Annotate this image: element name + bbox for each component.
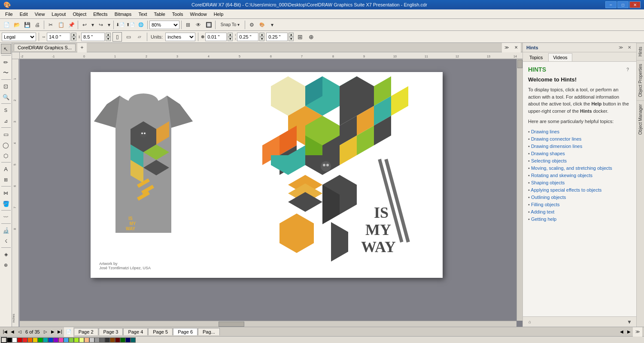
hints-link-dimension-lines[interactable]: Drawing dimension lines bbox=[528, 143, 631, 149]
menu-layout[interactable]: Layout bbox=[48, 11, 69, 18]
swatch-peach[interactable] bbox=[84, 337, 89, 343]
text-tool[interactable]: A bbox=[1, 164, 11, 174]
swatch-lightblue[interactable] bbox=[64, 337, 69, 343]
hints-link-shaping[interactable]: Shaping objects bbox=[528, 180, 631, 186]
smear-tool[interactable]: 〰 bbox=[1, 212, 11, 222]
scroll-tabs-left[interactable]: ◀ bbox=[618, 328, 625, 335]
crop-tool[interactable]: ⊡ bbox=[1, 81, 11, 91]
fill-tool[interactable]: 🪣 bbox=[1, 199, 11, 209]
swatch-purple[interactable] bbox=[53, 337, 58, 343]
page-height-input[interactable] bbox=[81, 33, 105, 41]
swatch-black[interactable] bbox=[7, 337, 12, 343]
swatch-blue[interactable] bbox=[48, 337, 53, 343]
page-width-input[interactable] bbox=[47, 33, 70, 41]
swatch-gray1[interactable] bbox=[89, 337, 94, 343]
select-all-btn[interactable]: ⊞ bbox=[295, 32, 305, 42]
swatch-gray3[interactable] bbox=[100, 337, 105, 343]
hints-link-outlining[interactable]: Outlining objects bbox=[528, 194, 631, 200]
zoom-fit-button[interactable]: ⊞ bbox=[183, 20, 193, 30]
menu-help[interactable]: Help bbox=[210, 11, 227, 18]
page-tab-5[interactable]: Page 5 bbox=[148, 328, 173, 335]
menu-tools[interactable]: Tools bbox=[169, 11, 187, 18]
no-color-swatch[interactable] bbox=[1, 337, 7, 343]
nudge2-up-btn[interactable]: ▲ bbox=[259, 33, 264, 37]
swatch-navy[interactable] bbox=[125, 337, 131, 343]
swatch-white[interactable] bbox=[12, 337, 17, 343]
export-button[interactable]: ⬆📄 bbox=[126, 20, 135, 30]
menu-bitmaps[interactable]: Bitmaps bbox=[111, 11, 135, 18]
close-button[interactable]: ✕ bbox=[629, 1, 641, 8]
maximize-button[interactable]: □ bbox=[617, 1, 629, 8]
nudge3-input[interactable] bbox=[266, 33, 288, 41]
swatch-lime[interactable] bbox=[74, 337, 79, 343]
swatch-darkgreen[interactable] bbox=[120, 337, 125, 343]
paintbucket-tool[interactable]: ☇ bbox=[1, 236, 11, 246]
hints-link-rotating-skewing[interactable]: Rotating and skewing objects bbox=[528, 172, 631, 178]
swatch-gray4[interactable] bbox=[105, 337, 110, 343]
hints-link-filling[interactable]: Filling objects bbox=[528, 202, 631, 208]
minimize-button[interactable]: − bbox=[605, 1, 617, 8]
expand-tabs-btn[interactable]: ≫ bbox=[633, 327, 642, 337]
swatch-red[interactable] bbox=[17, 337, 22, 343]
hints-link-drawing-shapes[interactable]: Drawing shapes bbox=[528, 150, 631, 156]
hints-link-special-effects[interactable]: Applying special effects to objects bbox=[528, 187, 631, 193]
vertical-scrollbar[interactable] bbox=[516, 59, 522, 321]
curve-tool[interactable]: S bbox=[1, 105, 11, 115]
snap-btn[interactable]: Snap To ▾ bbox=[217, 20, 243, 30]
menu-effects[interactable]: Effects bbox=[90, 11, 111, 18]
next-page-btn[interactable]: ▶ bbox=[49, 328, 56, 335]
first-page-btn[interactable]: |◀ bbox=[2, 328, 9, 335]
page-size-combo[interactable]: Legal Letter A4 bbox=[2, 33, 36, 41]
hints-close-btn[interactable]: ✕ bbox=[626, 44, 633, 51]
nudge-input[interactable] bbox=[205, 33, 227, 41]
undo-button[interactable]: ↩ bbox=[80, 20, 89, 30]
add-page-tab-btn[interactable]: 📄 bbox=[64, 327, 73, 337]
hints-link-drawing-lines[interactable]: Drawing lines bbox=[528, 129, 631, 135]
rectangle-tool[interactable]: ▭ bbox=[1, 129, 11, 139]
table-tool[interactable]: ⊞ bbox=[1, 175, 11, 185]
page-tab-2[interactable]: Page 2 bbox=[74, 328, 98, 335]
height-up-btn[interactable]: ▲ bbox=[106, 33, 111, 37]
print-button[interactable]: 🖨 bbox=[33, 20, 42, 30]
publish-button[interactable]: 🌐 bbox=[136, 20, 146, 30]
expand-btn[interactable]: ≫ bbox=[502, 43, 511, 52]
swatch-orange[interactable] bbox=[27, 337, 33, 343]
swatch-lightgreen[interactable] bbox=[69, 337, 74, 343]
swatch-gray2[interactable] bbox=[94, 337, 100, 343]
options-button[interactable]: ⚙ bbox=[247, 20, 256, 30]
copy-button[interactable]: 📋 bbox=[56, 20, 66, 30]
nudge3-down-btn[interactable]: ▼ bbox=[289, 37, 294, 41]
zoom-combo[interactable]: 80% 100% 50% bbox=[149, 21, 179, 29]
menu-window[interactable]: Window bbox=[187, 11, 210, 18]
blend-tool[interactable]: ⋈ bbox=[1, 188, 11, 198]
paste-button[interactable]: 📌 bbox=[67, 20, 76, 30]
swatch-pink[interactable] bbox=[58, 337, 64, 343]
page-tab-3[interactable]: Page 3 bbox=[99, 328, 123, 335]
shape-edit-tool[interactable]: ⊿ bbox=[1, 116, 11, 126]
hints-link-selecting-objects[interactable]: Selecting objects bbox=[528, 158, 631, 164]
new-tab-button[interactable]: + bbox=[77, 43, 87, 52]
nudge-up-btn[interactable]: ▲ bbox=[228, 33, 233, 37]
cut-button[interactable]: ✂ bbox=[46, 20, 55, 30]
hscroll-thumb[interactable] bbox=[219, 322, 244, 327]
next-btn2[interactable]: ▷ bbox=[42, 328, 49, 335]
select-tool[interactable]: ↖ bbox=[1, 44, 11, 54]
page-tab-4[interactable]: Page 4 bbox=[123, 328, 148, 335]
landscape-btn[interactable]: ▭ bbox=[124, 32, 133, 42]
object-manager-tab[interactable]: Object Manager bbox=[637, 100, 644, 138]
page-tab-6[interactable]: Page 6 bbox=[173, 328, 197, 335]
tab-topics[interactable]: Topics bbox=[525, 53, 547, 61]
zoom-tool[interactable]: 🔍 bbox=[1, 92, 11, 102]
import-button[interactable]: ⬇📄 bbox=[115, 20, 125, 30]
bleed-btn[interactable]: ▱ bbox=[135, 32, 144, 42]
swatch-teal[interactable] bbox=[43, 337, 48, 343]
last-page-btn[interactable]: ▶| bbox=[57, 328, 64, 335]
freehand-tool[interactable]: ✏ bbox=[1, 57, 11, 67]
width-down-btn[interactable]: ▼ bbox=[71, 37, 76, 41]
redo-button[interactable]: ↪ bbox=[96, 20, 106, 30]
new-button[interactable]: 📄 bbox=[2, 20, 11, 30]
object-properties-tab[interactable]: Object Properties bbox=[637, 60, 644, 100]
menu-table[interactable]: Table bbox=[151, 11, 169, 18]
eyedropper-tool[interactable]: 🔬 bbox=[1, 225, 11, 235]
view-mode-button[interactable]: 👁 bbox=[194, 20, 203, 30]
